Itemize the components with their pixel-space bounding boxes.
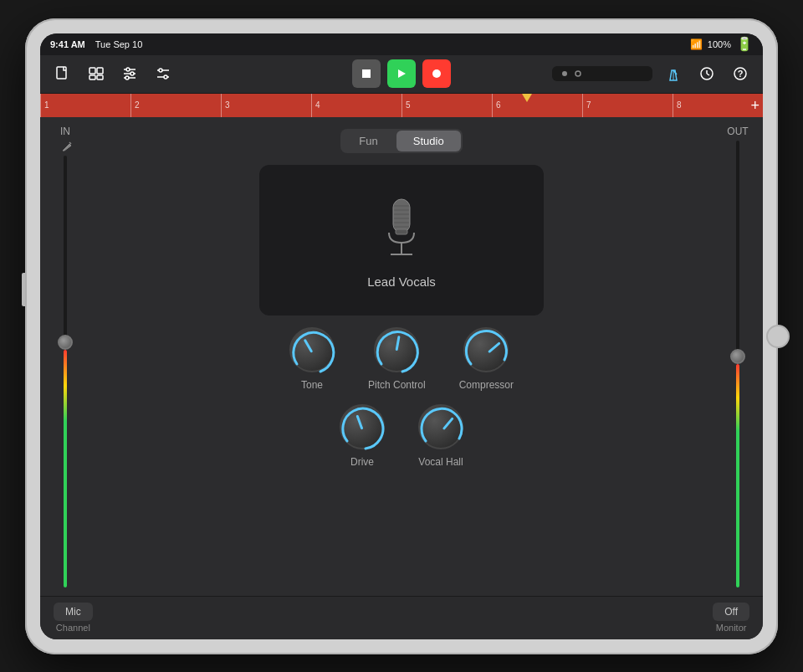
ipad-screen: 9:41 AM Tue Sep 10 📶 100% 🔋 [40, 33, 763, 639]
ruler-marks: 1 2 3 4 5 6 7 8 [40, 94, 763, 117]
svg-point-14 [164, 75, 167, 79]
toolbar-center [352, 59, 451, 88]
ruler-mark-7: 7 [582, 94, 673, 117]
ruler-mark-6: 6 [492, 94, 582, 117]
tone-knob[interactable] [289, 327, 335, 372]
record-button[interactable] [422, 59, 451, 88]
toolbar-right: ? [458, 61, 753, 86]
svg-marker-16 [398, 69, 406, 78]
tone-label: Tone [301, 379, 323, 391]
vu-meter-left: IN [40, 117, 90, 596]
toolbar-left [50, 61, 345, 86]
svg-point-8 [126, 68, 130, 71]
out-meter-track[interactable] [736, 141, 739, 587]
tracks-button[interactable] [84, 61, 109, 86]
ruler-mark-5: 5 [402, 94, 492, 117]
add-track-button[interactable]: + [750, 96, 760, 114]
status-date: Tue Sep 10 [95, 39, 142, 49]
compressor-label: Compressor [459, 379, 514, 391]
drive-knob[interactable] [340, 404, 385, 449]
channel-section: Mic Channel [54, 603, 93, 633]
tab-fun[interactable]: Fun [342, 131, 394, 151]
status-right: 📶 100% 🔋 [690, 36, 753, 52]
instrument-name: Lead Vocals [367, 274, 436, 289]
tempo-display[interactable] [552, 66, 652, 81]
microphone-image [372, 191, 431, 266]
ruler-mark-3: 3 [221, 94, 311, 117]
drive-label: Drive [350, 456, 374, 468]
bottom-bar: Mic Channel Off Monitor [40, 596, 763, 639]
svg-rect-0 [57, 67, 66, 79]
svg-point-19 [575, 71, 581, 76]
svg-rect-37 [396, 229, 407, 234]
tone-knob-container[interactable]: Tone [289, 327, 335, 391]
tab-studio[interactable]: Studio [396, 131, 461, 151]
center-content: Fun Studio [90, 117, 713, 596]
vu-meter-right: OUT [713, 117, 763, 596]
svg-rect-2 [97, 68, 103, 74]
vocal-hall-knob[interactable] [418, 404, 463, 449]
channel-button[interactable]: Mic [54, 603, 93, 621]
ruler-mark-8: 8 [673, 94, 763, 117]
new-document-button[interactable] [50, 61, 75, 86]
battery-indicator: 100% [708, 39, 731, 49]
play-button[interactable] [387, 59, 416, 88]
mode-tabs: Fun Studio [340, 129, 462, 153]
in-meter-track[interactable] [64, 156, 67, 587]
side-button[interactable] [22, 273, 25, 306]
wifi-icon: 📶 [690, 38, 703, 50]
svg-rect-4 [97, 75, 103, 80]
drive-knob-container[interactable]: Drive [340, 404, 385, 468]
status-left: 9:41 AM Tue Sep 10 [50, 39, 142, 49]
toolbar: ? [40, 55, 763, 94]
monitor-label: Monitor [716, 623, 747, 633]
out-meter-fill [736, 364, 739, 587]
svg-point-17 [432, 69, 441, 78]
clock-button[interactable] [694, 61, 719, 86]
svg-point-9 [130, 72, 134, 75]
home-button[interactable] [766, 325, 790, 348]
timeline-ruler[interactable]: 1 2 3 4 5 6 7 8 + [40, 94, 763, 117]
svg-rect-1 [90, 68, 95, 74]
ruler-mark-1: 1 [40, 94, 130, 117]
ruler-mark-4: 4 [311, 94, 402, 117]
in-fader-knob[interactable] [58, 335, 73, 350]
settings-sliders-button[interactable] [151, 61, 176, 86]
playhead[interactable] [522, 94, 532, 102]
vocal-hall-knob-container[interactable]: Vocal Hall [418, 404, 463, 468]
ruler-mark-2: 2 [130, 94, 221, 117]
svg-point-13 [159, 69, 162, 72]
out-fader-knob[interactable] [730, 349, 745, 364]
mixer-button[interactable] [117, 61, 142, 86]
monitor-section: Off Monitor [713, 603, 749, 633]
svg-rect-28 [393, 199, 410, 233]
pencil-icon-area [61, 141, 73, 152]
battery-icon: 🔋 [736, 36, 753, 52]
svg-point-10 [125, 76, 129, 80]
svg-text:?: ? [738, 69, 744, 79]
help-button[interactable]: ? [728, 61, 753, 86]
pitch-control-knob-container[interactable]: Pitch Control [368, 327, 426, 391]
compressor-knob-container[interactable]: Compressor [459, 327, 514, 391]
svg-rect-3 [90, 75, 95, 80]
in-meter-wrapper [40, 156, 90, 587]
svg-point-18 [562, 71, 567, 76]
vocal-hall-label: Vocal Hall [418, 456, 463, 468]
pitch-control-knob[interactable] [374, 327, 419, 372]
svg-rect-15 [362, 69, 371, 78]
knobs-row-1: Tone Pitch Control [289, 327, 514, 391]
main-content: IN Fun [40, 117, 763, 596]
instrument-display: Lead Vocals [259, 165, 544, 315]
status-time: 9:41 AM [50, 39, 85, 49]
out-label: OUT [727, 126, 748, 137]
channel-label: Channel [56, 623, 90, 633]
metronome-button[interactable] [661, 61, 686, 86]
monitor-button[interactable]: Off [713, 603, 749, 621]
stop-button[interactable] [352, 59, 381, 88]
compressor-knob[interactable] [463, 327, 509, 372]
knobs-section: Tone Pitch Control [107, 327, 696, 468]
ipad-frame: 9:41 AM Tue Sep 10 📶 100% 🔋 [25, 18, 778, 654]
status-bar: 9:41 AM Tue Sep 10 📶 100% 🔋 [40, 33, 763, 55]
in-label: IN [60, 126, 70, 137]
pitch-control-label: Pitch Control [368, 379, 426, 391]
